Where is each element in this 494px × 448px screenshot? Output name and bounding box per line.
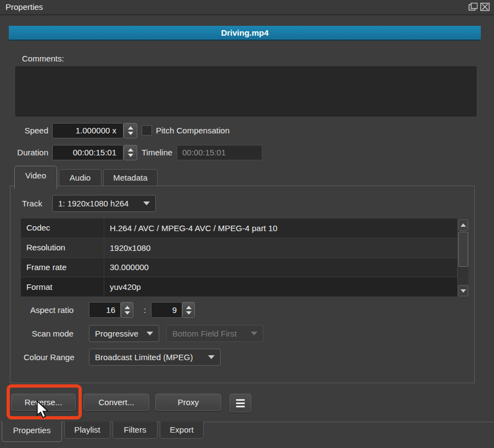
table-cell-value: yuv420p xyxy=(104,282,141,292)
spin-up-icon[interactable] xyxy=(125,306,130,309)
stream-properties-table: Codec H.264 / AVC / MPEG-4 AVC / MPEG-4 … xyxy=(21,219,468,297)
scrollbar-thumb[interactable] xyxy=(458,232,468,267)
speed-spinner[interactable] xyxy=(124,123,137,138)
table-cell-value: 1920x1080 xyxy=(104,243,150,253)
scan-mode-label: Scan mode xyxy=(32,325,74,342)
aspect-ratio-separator: : xyxy=(142,302,148,318)
scan-mode-dropdown[interactable]: Progressive xyxy=(89,325,159,342)
spin-down-icon[interactable] xyxy=(186,311,192,315)
timeline-label: Timeline xyxy=(142,145,172,160)
timeline-field: 00:00:15:01 xyxy=(177,145,262,160)
aspect-height-spinner[interactable] xyxy=(182,302,195,318)
tab-filters[interactable]: Filters xyxy=(113,422,158,439)
table-cell-name: Codec xyxy=(21,219,104,237)
table-cell-value: H.264 / AVC / MPEG-4 AVC / MPEG-4 part 1… xyxy=(104,223,277,233)
mouse-cursor-icon xyxy=(36,400,50,420)
chevron-down-icon xyxy=(208,355,215,359)
speed-label: Speed xyxy=(13,123,48,138)
tab-playlist[interactable]: Playlist xyxy=(64,422,110,439)
tab-audio[interactable]: Audio xyxy=(59,169,102,186)
close-icon[interactable] xyxy=(480,3,490,11)
scroll-up-icon[interactable] xyxy=(458,219,468,231)
colour-range-label: Colour Range xyxy=(24,349,75,366)
table-row[interactable]: Format yuv420p xyxy=(21,277,457,297)
spin-up-icon[interactable] xyxy=(186,306,192,309)
table-cell-name: Format xyxy=(21,278,104,296)
tab-export[interactable]: Export xyxy=(160,422,204,439)
pitch-compensation-checkbox[interactable] xyxy=(142,125,152,136)
chevron-down-icon xyxy=(147,332,153,335)
tab-video[interactable]: Video xyxy=(14,166,57,189)
panel-title: Properties xyxy=(5,2,43,12)
speed-input[interactable]: 1.000000 x xyxy=(52,123,124,138)
track-dropdown-value: 1: 1920x1080 h264 xyxy=(58,199,128,208)
float-icon[interactable] xyxy=(468,3,478,11)
table-row[interactable]: Codec H.264 / AVC / MPEG-4 AVC / MPEG-4 … xyxy=(21,219,457,238)
duration-spinner[interactable] xyxy=(124,145,137,160)
menu-button[interactable] xyxy=(229,394,251,412)
tab-properties[interactable]: Properties xyxy=(2,422,62,442)
scroll-down-icon[interactable] xyxy=(458,285,468,296)
aspect-ratio-height-input[interactable]: 9 xyxy=(151,302,182,318)
spin-up-icon[interactable] xyxy=(128,148,133,152)
spin-up-icon[interactable] xyxy=(128,126,133,130)
field-order-dropdown: Bottom Field First xyxy=(166,325,263,342)
table-scrollbar[interactable] xyxy=(457,219,468,297)
spin-down-icon[interactable] xyxy=(128,132,133,135)
table-row[interactable]: Frame rate 30.000000 xyxy=(21,258,457,278)
table-cell-name: Resolution xyxy=(21,238,104,257)
track-dropdown[interactable]: 1: 1920x1080 h264 xyxy=(52,195,156,212)
colour-range-value: Broadcast Limited (MPEG) xyxy=(95,352,193,362)
file-name-header: Driving.mp4 xyxy=(9,26,481,41)
aspect-ratio-width-input[interactable]: 16 xyxy=(89,302,121,318)
scan-mode-value: Progressive xyxy=(95,329,138,338)
aspect-width-spinner[interactable] xyxy=(121,302,133,318)
comments-input[interactable] xyxy=(15,66,476,116)
spin-down-icon[interactable] xyxy=(125,311,130,315)
aspect-ratio-label: Aspect ratio xyxy=(30,302,74,318)
table-row[interactable]: Resolution 1920x1080 xyxy=(21,238,457,258)
panel-titlebar: Properties xyxy=(0,0,494,15)
pitch-compensation-label: Pitch Compensation xyxy=(156,123,229,138)
tab-metadata[interactable]: Metadata xyxy=(103,169,158,186)
duration-label: Duration xyxy=(8,145,48,160)
table-cell-name: Frame rate xyxy=(21,258,104,277)
hamburger-menu-icon xyxy=(230,394,251,412)
table-cell-value: 30.000000 xyxy=(104,262,149,272)
field-order-value: Bottom Field First xyxy=(172,329,237,338)
comments-label: Comments: xyxy=(22,54,64,63)
colour-range-dropdown[interactable]: Broadcast Limited (MPEG) xyxy=(89,349,221,366)
track-label: Track xyxy=(22,195,42,212)
duration-input[interactable]: 00:00:15:01 xyxy=(52,145,124,160)
properties-panel: Properties Driving.mp4 Comments: Speed 1… xyxy=(0,0,494,448)
spin-down-icon[interactable] xyxy=(128,154,133,157)
chevron-down-icon xyxy=(251,332,257,335)
proxy-button[interactable]: Proxy xyxy=(155,394,221,411)
convert-button[interactable]: Convert... xyxy=(83,394,149,411)
chevron-down-icon xyxy=(143,201,150,205)
